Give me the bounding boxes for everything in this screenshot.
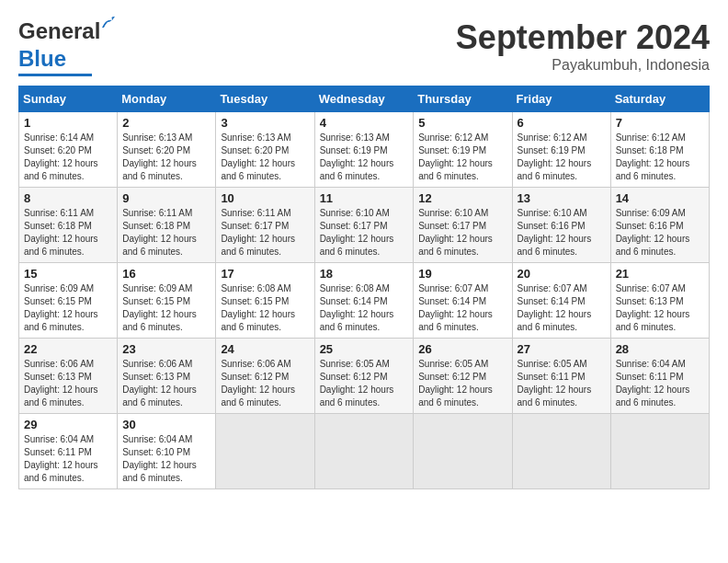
- day-info: Sunrise: 6:08 AMSunset: 6:14 PMDaylight:…: [320, 282, 409, 334]
- day-info: Sunrise: 6:10 AMSunset: 6:17 PMDaylight:…: [320, 207, 409, 259]
- calendar-week-4: 22 Sunrise: 6:06 AMSunset: 6:13 PMDaylig…: [19, 339, 710, 414]
- day-info: Sunrise: 6:08 AMSunset: 6:15 PMDaylight:…: [221, 282, 309, 334]
- table-row: 17 Sunrise: 6:08 AMSunset: 6:15 PMDaylig…: [216, 263, 314, 339]
- table-row: 22 Sunrise: 6:06 AMSunset: 6:13 PMDaylig…: [19, 339, 118, 414]
- col-thursday: Thursday: [414, 86, 512, 112]
- day-number: 7: [616, 116, 704, 130]
- table-row: 2 Sunrise: 6:13 AMSunset: 6:20 PMDayligh…: [118, 112, 216, 188]
- day-number: 29: [24, 418, 112, 431]
- col-monday: Monday: [118, 86, 216, 112]
- day-info: Sunrise: 6:13 AMSunset: 6:20 PMDaylight:…: [221, 132, 309, 183]
- day-info: Sunrise: 6:12 AMSunset: 6:18 PMDaylight:…: [616, 132, 704, 183]
- table-row: 20 Sunrise: 6:07 AMSunset: 6:14 PMDaylig…: [512, 263, 610, 339]
- table-row: 15 Sunrise: 6:09 AMSunset: 6:15 PMDaylig…: [19, 263, 118, 339]
- day-info: Sunrise: 6:10 AMSunset: 6:17 PMDaylight:…: [418, 207, 506, 259]
- day-info: Sunrise: 6:09 AMSunset: 6:16 PMDaylight:…: [616, 207, 704, 259]
- day-number: 14: [616, 191, 704, 205]
- day-number: 23: [122, 342, 210, 356]
- day-info: Sunrise: 6:06 AMSunset: 6:13 PMDaylight:…: [122, 358, 210, 409]
- subtitle: Payakumbuh, Indonesia: [456, 57, 710, 74]
- day-number: 20: [518, 267, 606, 281]
- table-row: 8 Sunrise: 6:11 AMSunset: 6:18 PMDayligh…: [19, 188, 118, 263]
- calendar-header-row: Sunday Monday Tuesday Wednesday Thursday…: [19, 86, 710, 112]
- day-number: 27: [518, 342, 606, 356]
- calendar-week-1: 1 Sunrise: 6:14 AMSunset: 6:20 PMDayligh…: [19, 112, 710, 188]
- day-info: Sunrise: 6:06 AMSunset: 6:13 PMDaylight:…: [24, 358, 112, 409]
- col-friday: Friday: [512, 86, 610, 112]
- day-info: Sunrise: 6:04 AMSunset: 6:10 PMDaylight:…: [122, 433, 210, 485]
- table-row: [610, 414, 709, 489]
- col-tuesday: Tuesday: [216, 86, 314, 112]
- calendar-week-5: 29 Sunrise: 6:04 AMSunset: 6:11 PMDaylig…: [19, 414, 710, 489]
- day-number: 15: [24, 267, 112, 281]
- day-info: Sunrise: 6:06 AMSunset: 6:12 PMDaylight:…: [221, 358, 309, 409]
- table-row: 12 Sunrise: 6:10 AMSunset: 6:17 PMDaylig…: [414, 188, 512, 263]
- day-number: 16: [122, 267, 210, 281]
- day-info: Sunrise: 6:12 AMSunset: 6:19 PMDaylight:…: [518, 132, 606, 183]
- day-info: Sunrise: 6:13 AMSunset: 6:19 PMDaylight:…: [320, 132, 409, 183]
- day-info: Sunrise: 6:05 AMSunset: 6:12 PMDaylight:…: [418, 358, 506, 409]
- logo-bird-icon: [100, 15, 117, 31]
- table-row: 5 Sunrise: 6:12 AMSunset: 6:19 PMDayligh…: [414, 112, 512, 188]
- table-row: 18 Sunrise: 6:08 AMSunset: 6:14 PMDaylig…: [314, 263, 414, 339]
- day-number: 2: [122, 116, 210, 130]
- calendar-week-2: 8 Sunrise: 6:11 AMSunset: 6:18 PMDayligh…: [19, 188, 710, 263]
- table-row: [414, 414, 512, 489]
- day-info: Sunrise: 6:13 AMSunset: 6:20 PMDaylight:…: [122, 132, 210, 183]
- logo-underline: [18, 74, 92, 76]
- day-info: Sunrise: 6:11 AMSunset: 6:18 PMDaylight:…: [24, 207, 112, 259]
- day-number: 28: [616, 342, 704, 356]
- table-row: 4 Sunrise: 6:13 AMSunset: 6:19 PMDayligh…: [314, 112, 414, 188]
- page-header: General Blue September 2024 Payakumbuh, …: [18, 18, 710, 76]
- day-number: 9: [122, 191, 210, 205]
- table-row: 14 Sunrise: 6:09 AMSunset: 6:16 PMDaylig…: [610, 188, 709, 263]
- day-number: 13: [518, 191, 606, 205]
- day-number: 8: [24, 191, 112, 205]
- day-number: 4: [320, 116, 409, 130]
- day-info: Sunrise: 6:14 AMSunset: 6:20 PMDaylight:…: [24, 132, 112, 183]
- table-row: 21 Sunrise: 6:07 AMSunset: 6:13 PMDaylig…: [610, 263, 709, 339]
- day-info: Sunrise: 6:09 AMSunset: 6:15 PMDaylight:…: [122, 282, 210, 334]
- table-row: 3 Sunrise: 6:13 AMSunset: 6:20 PMDayligh…: [216, 112, 314, 188]
- day-number: 19: [418, 267, 506, 281]
- day-number: 17: [221, 267, 309, 281]
- table-row: 10 Sunrise: 6:11 AMSunset: 6:17 PMDaylig…: [216, 188, 314, 263]
- day-number: 24: [221, 342, 309, 356]
- table-row: 16 Sunrise: 6:09 AMSunset: 6:15 PMDaylig…: [118, 263, 216, 339]
- table-row: 7 Sunrise: 6:12 AMSunset: 6:18 PMDayligh…: [610, 112, 709, 188]
- table-row: 23 Sunrise: 6:06 AMSunset: 6:13 PMDaylig…: [118, 339, 216, 414]
- logo-blue-text: Blue: [18, 46, 66, 71]
- calendar-week-3: 15 Sunrise: 6:09 AMSunset: 6:15 PMDaylig…: [19, 263, 710, 339]
- logo-text: General: [18, 18, 100, 43]
- title-block: September 2024 Payakumbuh, Indonesia: [456, 18, 710, 74]
- table-row: 11 Sunrise: 6:10 AMSunset: 6:17 PMDaylig…: [314, 188, 414, 263]
- day-info: Sunrise: 6:10 AMSunset: 6:16 PMDaylight:…: [518, 207, 606, 259]
- col-sunday: Sunday: [19, 86, 118, 112]
- day-info: Sunrise: 6:07 AMSunset: 6:14 PMDaylight:…: [518, 282, 606, 334]
- day-info: Sunrise: 6:04 AMSunset: 6:11 PMDaylight:…: [24, 433, 112, 485]
- col-wednesday: Wednesday: [314, 86, 414, 112]
- day-number: 18: [320, 267, 409, 281]
- table-row: 6 Sunrise: 6:12 AMSunset: 6:19 PMDayligh…: [512, 112, 610, 188]
- day-number: 30: [122, 418, 210, 431]
- table-row: 25 Sunrise: 6:05 AMSunset: 6:12 PMDaylig…: [314, 339, 414, 414]
- table-row: 19 Sunrise: 6:07 AMSunset: 6:14 PMDaylig…: [414, 263, 512, 339]
- day-number: 26: [418, 342, 506, 356]
- table-row: 29 Sunrise: 6:04 AMSunset: 6:11 PMDaylig…: [19, 414, 118, 489]
- day-number: 5: [418, 116, 506, 130]
- day-info: Sunrise: 6:11 AMSunset: 6:17 PMDaylight:…: [221, 207, 309, 259]
- day-number: 22: [24, 342, 112, 356]
- day-number: 11: [320, 191, 409, 205]
- day-number: 6: [518, 116, 606, 130]
- table-row: [314, 414, 414, 489]
- day-info: Sunrise: 6:07 AMSunset: 6:14 PMDaylight:…: [418, 282, 506, 334]
- day-info: Sunrise: 6:05 AMSunset: 6:11 PMDaylight:…: [518, 358, 606, 409]
- table-row: [216, 414, 314, 489]
- day-number: 1: [24, 116, 112, 130]
- day-info: Sunrise: 6:12 AMSunset: 6:19 PMDaylight:…: [418, 132, 506, 183]
- table-row: 30 Sunrise: 6:04 AMSunset: 6:10 PMDaylig…: [118, 414, 216, 489]
- day-info: Sunrise: 6:05 AMSunset: 6:12 PMDaylight:…: [320, 358, 409, 409]
- table-row: 1 Sunrise: 6:14 AMSunset: 6:20 PMDayligh…: [19, 112, 118, 188]
- month-title: September 2024: [456, 18, 710, 57]
- day-info: Sunrise: 6:11 AMSunset: 6:18 PMDaylight:…: [122, 207, 210, 259]
